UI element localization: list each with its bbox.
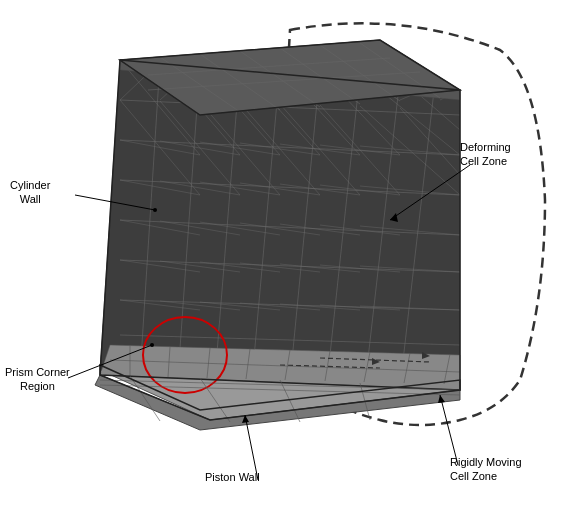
prism-corner-dot bbox=[150, 343, 154, 347]
prism-corner-region-label: Prism CornerRegion bbox=[5, 365, 70, 394]
cylinder-wall-dot bbox=[153, 208, 157, 212]
main-body bbox=[100, 60, 460, 390]
diagram-container: CylinderWall DeformingCell Zone Prism Co… bbox=[0, 0, 575, 525]
cylinder-wall-label: CylinderWall bbox=[10, 178, 50, 207]
rigidly-moving-cell-zone-label: Rigidly MovingCell Zone bbox=[450, 455, 522, 484]
piston-wall-label: Piston Wall bbox=[205, 470, 260, 484]
deforming-cell-zone-label: DeformingCell Zone bbox=[460, 140, 511, 169]
